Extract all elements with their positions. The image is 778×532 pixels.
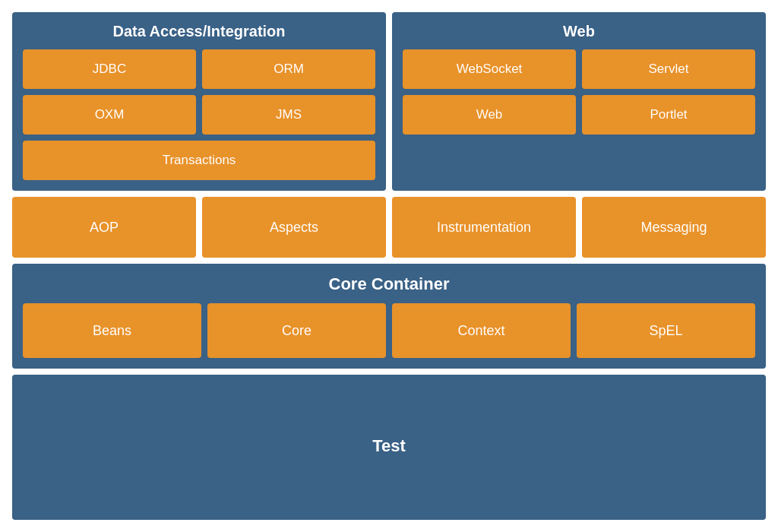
jdbc-box: JDBC bbox=[23, 49, 196, 89]
data-access-row3: Transactions bbox=[23, 141, 375, 180]
aspects-box: Aspects bbox=[202, 197, 386, 258]
middle-row: AOP Aspects Instrumentation Messaging bbox=[12, 197, 766, 258]
core-box: Core bbox=[207, 303, 386, 358]
web-section: Web WebSocket Servlet Web Portlet bbox=[392, 12, 766, 191]
transactions-box: Transactions bbox=[23, 141, 375, 180]
data-access-row2: OXM JMS bbox=[23, 95, 375, 135]
diagram-wrapper: Data Access/Integration JDBC ORM OXM JMS… bbox=[0, 0, 778, 532]
servlet-box: Servlet bbox=[582, 49, 755, 89]
web-title: Web bbox=[403, 23, 755, 40]
web-box: Web bbox=[403, 95, 576, 135]
context-box: Context bbox=[392, 303, 571, 358]
web-row1: WebSocket Servlet bbox=[403, 49, 755, 89]
data-access-title: Data Access/Integration bbox=[23, 23, 375, 40]
test-section: Test bbox=[12, 375, 766, 520]
aop-box: AOP bbox=[12, 197, 196, 258]
beans-box: Beans bbox=[23, 303, 201, 358]
core-row: Beans Core Context SpEL bbox=[23, 303, 755, 358]
core-container-section: Core Container Beans Core Context SpEL bbox=[12, 264, 766, 369]
web-row2: Web Portlet bbox=[403, 95, 755, 135]
orm-box: ORM bbox=[202, 49, 375, 89]
top-row: Data Access/Integration JDBC ORM OXM JMS… bbox=[12, 12, 766, 191]
oxm-box: OXM bbox=[23, 95, 196, 135]
data-access-section: Data Access/Integration JDBC ORM OXM JMS… bbox=[12, 12, 386, 191]
portlet-box: Portlet bbox=[582, 95, 755, 135]
instrumentation-box: Instrumentation bbox=[392, 197, 576, 258]
core-container-title: Core Container bbox=[23, 274, 755, 294]
data-access-row1: JDBC ORM bbox=[23, 49, 375, 89]
messaging-box: Messaging bbox=[582, 197, 766, 258]
websocket-box: WebSocket bbox=[403, 49, 576, 89]
jms-box: JMS bbox=[202, 95, 375, 135]
test-title: Test bbox=[372, 436, 406, 456]
spel-box: SpEL bbox=[577, 303, 755, 358]
